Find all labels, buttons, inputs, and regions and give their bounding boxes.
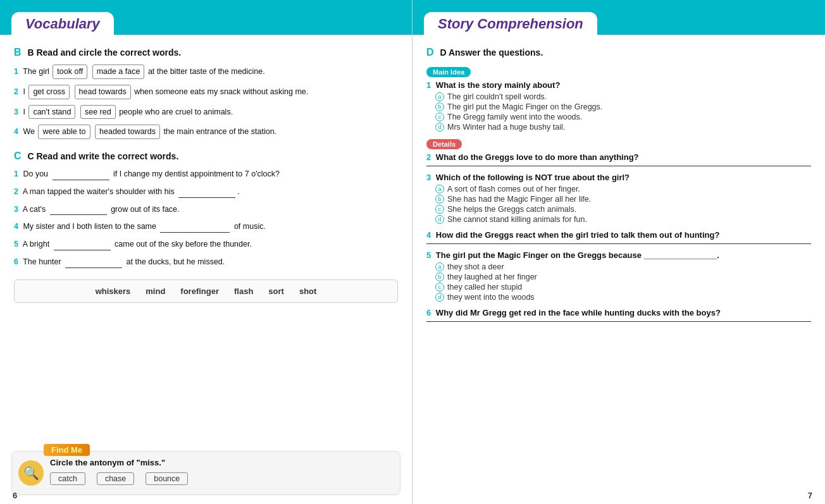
right-content: D D Answer the questions. Main Idea 1 Wh…	[412, 38, 825, 335]
answer-option[interactable]: chase	[97, 472, 134, 485]
option-box[interactable]: get cross	[28, 85, 70, 99]
word-bank: whiskers mind forefinger flash sort shot	[14, 280, 398, 303]
question-3: 3 Which of the following is NOT true abo…	[426, 173, 811, 224]
choice[interactable]: dMrs Winter had a huge bushy tail.	[435, 123, 811, 132]
choice[interactable]: dthey went into the woods	[435, 293, 811, 302]
list-item: 1 Do you if I change my dentist appointm…	[14, 168, 398, 180]
answer-option[interactable]: catch	[50, 472, 85, 485]
word-bank-item: sort	[268, 286, 284, 296]
page-number-right: 7	[808, 491, 812, 500]
choice[interactable]: bShe has had the Magic Finger all her li…	[435, 195, 811, 204]
find-me-label: Find Me	[44, 444, 90, 456]
option-box[interactable]: can't stand	[28, 105, 75, 120]
choice[interactable]: athey shot a deer	[435, 262, 811, 271]
choice[interactable]: cthey called her stupid	[435, 283, 811, 292]
section-d-header: D D Answer the questions.	[426, 47, 811, 58]
page-number-left: 6	[13, 491, 17, 500]
choice[interactable]: bThe girl put the Magic Finger on the Gr…	[435, 102, 811, 111]
magnifier-icon: 🔍	[18, 460, 44, 486]
right-header: Story Comprehension	[412, 0, 825, 35]
choice[interactable]: bthey laughed at her finger	[435, 273, 811, 281]
word-bank-item: mind	[146, 286, 165, 296]
vocabulary-tab: Vocabulary	[11, 12, 114, 35]
choice[interactable]: aThe girl couldn't spell words.	[435, 92, 811, 101]
fill-blank[interactable]	[160, 224, 230, 233]
right-page: Story Comprehension D D Answer the quest…	[412, 0, 825, 504]
fill-blank[interactable]	[65, 259, 122, 268]
find-me-question: Circle the antonym of "miss."	[50, 458, 392, 467]
question-4: 4 How did the Greggs react when the girl…	[426, 230, 811, 244]
word-bank-item: shot	[299, 286, 316, 296]
list-item: 4 My sister and I both listen to the sam…	[14, 221, 398, 233]
option-box[interactable]: took off	[53, 65, 87, 79]
answer-line	[426, 166, 811, 166]
list-item: 5 A bright came out of the sky before th…	[14, 238, 398, 250]
answer-options: catch chase bounce	[50, 472, 392, 485]
section-b-list: 1 The girl took off made a face at the b…	[14, 65, 398, 139]
choice[interactable]: cShe helps the Greggs catch animals.	[435, 205, 811, 214]
list-item: 3 A cat's grow out of its face.	[14, 204, 398, 216]
list-item: 6 The hunter at the ducks, but he missed…	[14, 256, 398, 268]
option-box[interactable]: made a face	[92, 65, 145, 79]
find-me-box: Find Me 🔍 Circle the antonym of "miss." …	[11, 451, 400, 495]
left-content: B B Read and circle the correct words. 1…	[0, 38, 412, 318]
section-c-header: C C Read and write the correct words.	[14, 151, 398, 162]
option-box[interactable]: see red	[80, 105, 116, 120]
main-idea-badge: Main Idea	[426, 67, 471, 77]
story-comprehension-tab: Story Comprehension	[424, 12, 597, 35]
choice[interactable]: aA sort of flash comes out of her finger…	[435, 185, 811, 194]
option-box[interactable]: head towards	[75, 85, 131, 99]
list-item: 1 The girl took off made a face at the b…	[14, 65, 398, 79]
option-box[interactable]: were able to	[38, 125, 90, 139]
answer-line	[426, 243, 811, 244]
question-6: 6 Why did Mr Gregg get red in the face w…	[426, 308, 811, 322]
answer-line	[426, 321, 811, 322]
fill-blank[interactable]	[50, 206, 107, 215]
section-b-header: B B Read and circle the correct words.	[14, 47, 398, 58]
choice[interactable]: dShe cannot stand killing animals for fu…	[435, 215, 811, 224]
word-bank-item: whiskers	[96, 286, 131, 296]
list-item: 3 I can't stand see red people who are c…	[14, 105, 398, 120]
left-header: Vocabulary	[0, 0, 412, 35]
option-box[interactable]: headed towards	[95, 125, 160, 139]
fill-blank[interactable]	[178, 189, 235, 198]
details-badge: Details	[426, 139, 462, 149]
list-item: 4 We were able to headed towards the mai…	[14, 125, 398, 139]
question-5: 5 The girl put the Magic Finger on the G…	[426, 250, 811, 302]
fill-blank[interactable]	[53, 171, 109, 180]
question-2: Details 2 What do the Greggs love to do …	[426, 138, 811, 166]
question-1: Main Idea 1 What is the story mainly abo…	[426, 66, 811, 132]
left-page: Vocabulary B B Read and circle the corre…	[0, 0, 412, 504]
list-item: 2 I get cross head towards when someone …	[14, 85, 398, 99]
section-c-list: 1 Do you if I change my dentist appointm…	[14, 168, 398, 268]
word-bank-item: flash	[234, 286, 253, 296]
fill-blank[interactable]	[54, 242, 111, 250]
choice[interactable]: cThe Gregg family went into the woods.	[435, 113, 811, 121]
answer-option[interactable]: bounce	[146, 472, 188, 485]
word-bank-item: forefinger	[180, 286, 219, 296]
list-item: 2 A man tapped the waiter's shoulder wit…	[14, 186, 398, 198]
